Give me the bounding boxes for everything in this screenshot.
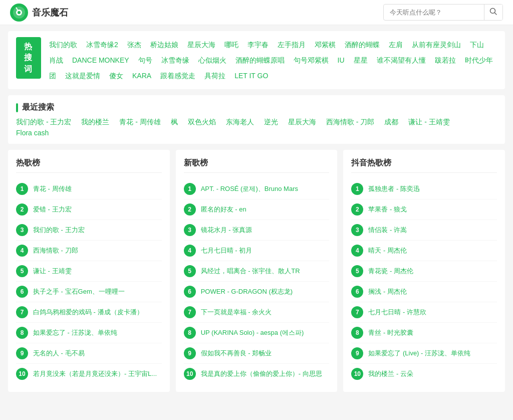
search-input[interactable] — [384, 6, 484, 19]
hot-keyword[interactable]: LET IT GO — [234, 72, 268, 80]
chart-item[interactable]: 8UP (KARINA Solo) - aespa (에스파) — [184, 323, 330, 343]
hot-keyword[interactable]: 句号 — [138, 56, 152, 64]
rank-badge: 10 — [351, 368, 363, 380]
song-name: 搁浅 - 周杰伦 — [368, 287, 497, 296]
chart-item[interactable]: 8如果爱忘了 - 汪苏泷、单依纯 — [16, 323, 162, 343]
rank-badge: 5 — [16, 265, 28, 277]
hot-keyword[interactable]: 李宇春 — [247, 41, 269, 49]
chart-item[interactable]: 4西海情歌 - 刀郎 — [16, 241, 162, 261]
hot-keyword[interactable]: 冰雪奇缘2 — [86, 41, 118, 49]
chart-item[interactable]: 10我的楼兰 - 云朵 — [351, 364, 497, 384]
chart-item[interactable]: 5风经过，唱离合 - 张宇佳、散人TR — [184, 261, 330, 282]
chart-item[interactable]: 7下一页就是幸福 - 余火火 — [184, 302, 330, 323]
hot-keyword[interactable]: 句号邓紫棋 — [294, 56, 329, 64]
rank-badge: 9 — [16, 347, 28, 359]
song-name: 我是真的爱上你（偷偷的爱上你）- 向思思 — [201, 369, 330, 378]
svg-line-6 — [495, 13, 497, 15]
hot-keyword[interactable]: 下山 — [470, 41, 484, 49]
recent-keyword[interactable]: 成都 — [384, 118, 398, 127]
song-name: 晴天 - 周杰伦 — [368, 246, 497, 255]
hot-keyword[interactable]: 星辰大海 — [187, 41, 215, 49]
song-name: POWER - G-DRAGON (权志龙) — [201, 287, 330, 296]
search-button[interactable] — [484, 5, 502, 20]
hot-keyword[interactable]: 邓紫棋 — [315, 41, 336, 49]
hot-keyword[interactable]: 肖战 — [49, 56, 63, 64]
rank-badge: 9 — [351, 347, 363, 359]
rank-badge: 3 — [16, 224, 28, 236]
recent-keyword[interactable]: 西海情歌 - 刀郎 — [326, 118, 374, 127]
hot-keyword[interactable]: 心似烟火 — [198, 56, 226, 64]
recent-keyword[interactable]: 枫 — [171, 118, 178, 127]
rank-badge: 1 — [16, 183, 28, 195]
recent-keyword[interactable]: 东海老人 — [226, 118, 254, 127]
recent-keyword[interactable]: Flora cash — [16, 129, 49, 137]
chart-item[interactable]: 7白鸽乌鸦相爱的戏码 - 潘成（皮卡潘） — [16, 302, 162, 323]
song-name: 镜花水月 - 张真源 — [201, 226, 330, 235]
recent-keyword[interactable]: 我的楼兰 — [81, 118, 109, 127]
chart-item[interactable]: 10若月竟没来（若是月竟还没来）- 王宇宙L... — [16, 364, 162, 384]
hot-keyword[interactable]: 跋若拉 — [435, 56, 456, 64]
chart-item[interactable]: 10我是真的爱上你（偷偷的爱上你）- 向思思 — [184, 364, 330, 384]
chart-item[interactable]: 9如果爱忘了 (Live) - 汪苏泷、单依纯 — [351, 343, 497, 364]
chart-item[interactable]: 5青花瓷 - 周杰伦 — [351, 261, 497, 282]
recent-keyword[interactable]: 星辰大海 — [288, 118, 316, 127]
recent-keyword[interactable]: 我们的歌 - 王力宏 — [16, 118, 71, 127]
hot-keyword[interactable]: IU — [338, 56, 345, 64]
rank-badge: 4 — [184, 245, 196, 257]
chart-item[interactable]: 2爱错 - 王力宏 — [16, 199, 162, 220]
hot-label: 热搜词 — [16, 37, 41, 79]
hot-keyword[interactable]: 这就是爱情 — [65, 72, 100, 80]
rank-badge: 4 — [351, 245, 363, 257]
recent-keyword[interactable]: 青花 - 周传雄 — [119, 118, 160, 127]
hot-keyword[interactable]: 左肩 — [389, 41, 403, 49]
chart-item[interactable]: 4七月七日晴 - 初月 — [184, 241, 330, 261]
hot-keyword[interactable]: 星星 — [354, 56, 368, 64]
rank-badge: 6 — [351, 286, 363, 298]
chart-item[interactable]: 1青花 - 周传雄 — [16, 179, 162, 199]
chart-item[interactable]: 7七月七日晴 - 许慧欣 — [351, 302, 497, 323]
recent-keyword[interactable]: 双色火焰 — [188, 118, 216, 127]
hot-keyword[interactable]: 桥边姑娘 — [150, 41, 178, 49]
hot-keyword[interactable]: 跟着感觉走 — [160, 72, 195, 80]
hot-keyword[interactable]: 酒醉的蝴蝶原唱 — [235, 56, 285, 64]
chart-item[interactable]: 2苹果香 - 狼戈 — [351, 199, 497, 220]
hot-keyword[interactable]: 我们的歌 — [49, 41, 77, 49]
chart-item[interactable]: 9假如我不再善良 - 郑畅业 — [184, 343, 330, 364]
song-name: 匿名的好友 - en — [201, 205, 330, 214]
song-name: 青丝 - 时光胶囊 — [368, 328, 497, 337]
song-name: 青花 - 周传雄 — [33, 184, 162, 193]
song-name: 风经过，唱离合 - 张宇佳、散人TR — [201, 267, 330, 276]
hot-keyword[interactable]: 张杰 — [127, 41, 141, 49]
chart-item[interactable]: 8青丝 - 时光胶囊 — [351, 323, 497, 343]
chart-item[interactable]: 5谦让 - 王靖雯 — [16, 261, 162, 282]
hot-keyword[interactable]: 酒醉的蝴蝶 — [345, 41, 380, 49]
hot-keyword[interactable]: 冰雪奇缘 — [161, 56, 189, 64]
recent-title: 最近搜索 — [16, 102, 497, 113]
rank-badge: 2 — [16, 203, 28, 216]
recent-keyword[interactable]: 谦让 - 王靖雯 — [408, 118, 449, 127]
chart-item[interactable]: 3我们的歌 - 王力宏 — [16, 220, 162, 241]
song-name: 苹果香 - 狼戈 — [368, 205, 497, 214]
hot-keyword[interactable]: 具荷拉 — [204, 72, 225, 80]
chart-item[interactable]: 1孤独患者 - 陈奕迅 — [351, 179, 497, 199]
chart-item[interactable]: 1APT. - ROSÉ (로제)、Bruno Mars — [184, 179, 330, 199]
hot-keyword[interactable]: 傻女 — [109, 72, 123, 80]
rank-badge: 9 — [184, 347, 196, 359]
hot-keyword[interactable]: KARA — [132, 72, 151, 80]
hot-keyword[interactable]: 从前有座灵剑山 — [412, 41, 461, 49]
chart-item[interactable]: 2匿名的好友 - en — [184, 199, 330, 220]
hot-keyword[interactable]: DANCE MONKEY — [72, 56, 129, 64]
chart-item[interactable]: 6执子之手 - 宝石Gem、一哩哩一 — [16, 282, 162, 302]
hot-keyword[interactable]: 哪吒 — [224, 41, 238, 49]
chart-item[interactable]: 6POWER - G-DRAGON (权志龙) — [184, 282, 330, 302]
chart-hot: 热歌榜1青花 - 周传雄2爱错 - 王力宏3我们的歌 - 王力宏4西海情歌 - … — [8, 150, 170, 392]
hot-keyword[interactable]: 左手指月 — [278, 41, 306, 49]
song-name: 爱错 - 王力宏 — [33, 205, 162, 214]
hot-keyword[interactable]: 谁不渴望有人懂 — [377, 56, 426, 64]
chart-item[interactable]: 3情侣装 - 许嵩 — [351, 220, 497, 241]
recent-keyword[interactable]: 逆光 — [264, 118, 278, 127]
chart-item[interactable]: 6搁浅 - 周杰伦 — [351, 282, 497, 302]
chart-item[interactable]: 3镜花水月 - 张真源 — [184, 220, 330, 241]
chart-item[interactable]: 4晴天 - 周杰伦 — [351, 241, 497, 261]
chart-item[interactable]: 9无名的人 - 毛不易 — [16, 343, 162, 364]
